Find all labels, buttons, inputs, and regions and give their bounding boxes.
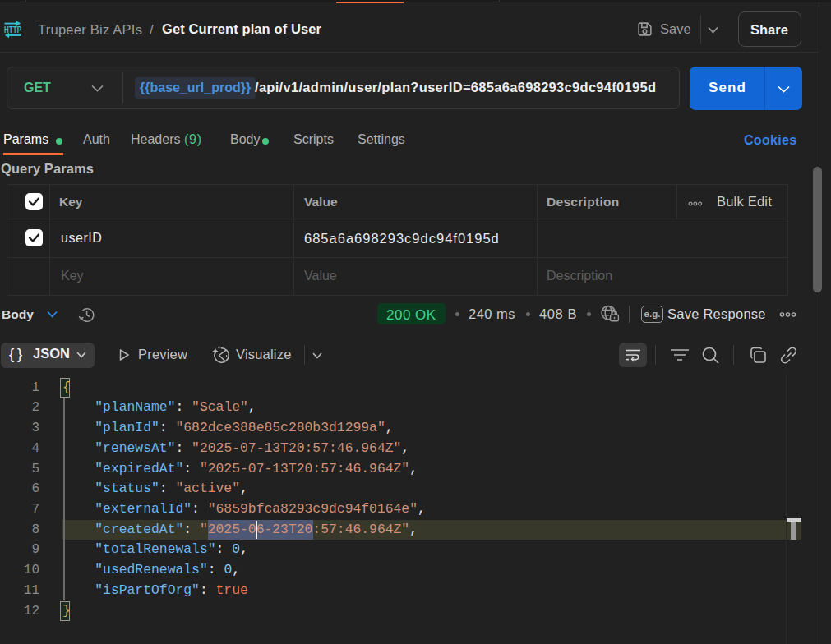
svg-text:HTTP: HTTP: [4, 25, 21, 34]
